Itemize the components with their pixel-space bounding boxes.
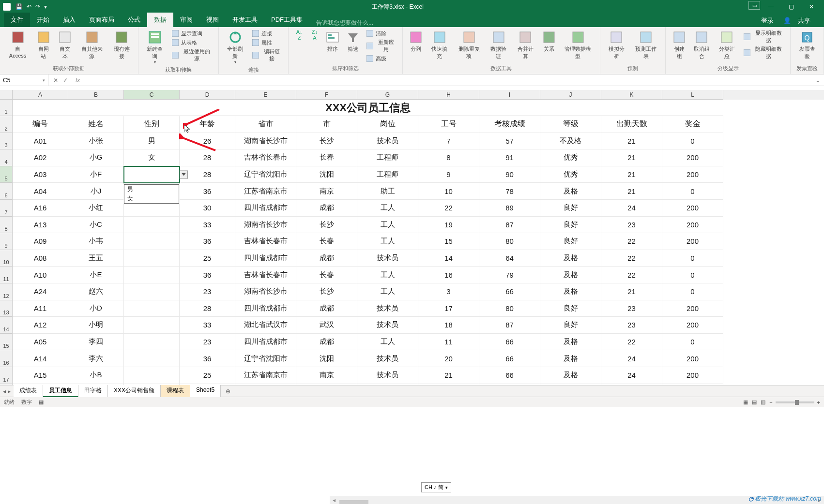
cell[interactable]: 36 bbox=[180, 267, 235, 283]
cell[interactable]: A15 bbox=[13, 367, 68, 384]
cell[interactable]: 四川省成都市 bbox=[235, 300, 296, 317]
cell[interactable]: 22 bbox=[601, 267, 662, 283]
cell[interactable]: A04 bbox=[13, 183, 68, 200]
cell[interactable]: 22 bbox=[601, 384, 662, 385]
cell[interactable]: 23 bbox=[180, 283, 235, 300]
ribbon-tab[interactable]: 页面布局 bbox=[82, 13, 121, 27]
filter-button[interactable]: 筛选 bbox=[344, 29, 362, 54]
cell[interactable]: 男 bbox=[124, 133, 180, 150]
cell[interactable]: 工人 bbox=[357, 200, 418, 217]
cell[interactable]: 小张 bbox=[68, 133, 124, 150]
cell[interactable]: 11 bbox=[418, 334, 479, 351]
cell[interactable]: 22 bbox=[601, 233, 662, 250]
cell[interactable]: 男女 bbox=[124, 166, 180, 183]
cell[interactable]: 省市 bbox=[235, 116, 296, 133]
cell[interactable] bbox=[124, 283, 180, 300]
cell[interactable]: 0 bbox=[662, 133, 723, 150]
cell[interactable]: 66 bbox=[479, 283, 540, 300]
cell[interactable]: 良好 bbox=[540, 200, 601, 217]
cell[interactable]: 南京 bbox=[296, 367, 357, 384]
cell[interactable]: 66 bbox=[479, 334, 540, 351]
ribbon-button[interactable]: 模拟分析 bbox=[604, 29, 629, 61]
cell[interactable]: 长春 bbox=[296, 384, 357, 385]
cell[interactable]: 长沙 bbox=[296, 217, 357, 234]
cell[interactable]: 26 bbox=[180, 133, 235, 150]
ribbon-button-small[interactable]: 显示查询 bbox=[169, 29, 214, 38]
row-header[interactable]: 12 bbox=[0, 283, 13, 300]
cell[interactable]: 36 bbox=[180, 233, 235, 250]
cell[interactable]: 工号 bbox=[418, 116, 479, 133]
cell[interactable]: 10 bbox=[418, 183, 479, 200]
cell[interactable]: 200 bbox=[662, 300, 723, 317]
cell[interactable]: 长春 bbox=[296, 267, 357, 283]
column-header[interactable]: I bbox=[479, 90, 540, 100]
cell[interactable]: 21 bbox=[601, 283, 662, 300]
cell[interactable]: 小J bbox=[68, 183, 124, 200]
ribbon-button[interactable]: 合并计算 bbox=[513, 29, 538, 61]
ribbon-button-small[interactable]: 显示明细数据 bbox=[741, 29, 786, 44]
cell[interactable]: 赵六 bbox=[68, 283, 124, 300]
cell[interactable] bbox=[124, 350, 180, 367]
view-layout-icon[interactable]: ▤ bbox=[752, 399, 757, 405]
cell[interactable]: 技术员 bbox=[357, 250, 418, 267]
row-header[interactable]: 15 bbox=[0, 334, 13, 351]
cell[interactable]: 28 bbox=[180, 300, 235, 317]
cell[interactable]: 36 bbox=[180, 183, 235, 200]
ribbon-button-small[interactable]: 高级 bbox=[364, 54, 398, 63]
cell[interactable]: 15 bbox=[418, 233, 479, 250]
cell[interactable]: 91 bbox=[479, 149, 540, 166]
cell[interactable]: 8 bbox=[418, 149, 479, 166]
cell[interactable]: 200 bbox=[662, 367, 723, 384]
cell[interactable]: 技术员 bbox=[357, 317, 418, 334]
column-header[interactable]: F bbox=[296, 90, 357, 100]
column-header[interactable]: J bbox=[540, 90, 601, 100]
cell[interactable]: 小C bbox=[68, 217, 124, 234]
undo-icon[interactable]: ↶ bbox=[27, 3, 31, 10]
cell[interactable]: 19 bbox=[418, 217, 479, 234]
cell[interactable]: 工人 bbox=[357, 267, 418, 283]
row-header[interactable]: 16 bbox=[0, 350, 13, 367]
ribbon-button-small[interactable]: 连接 bbox=[250, 29, 285, 38]
ribbon-button[interactable]: 分类汇总 bbox=[714, 29, 739, 61]
cell[interactable]: A13 bbox=[13, 217, 68, 234]
cell[interactable]: 王五 bbox=[68, 250, 124, 267]
ribbon-button[interactable]: 管理数据模型 bbox=[560, 29, 595, 61]
spreadsheet[interactable]: ABCDEFGHIJKL 1XXX公司员工信息2编号姓名性别年龄省市市岗位工号考… bbox=[0, 90, 824, 385]
cell[interactable]: 辽宁省沈阳市 bbox=[235, 166, 296, 183]
ribbon-button[interactable]: 快速填充 bbox=[427, 29, 452, 61]
ribbon-button[interactable]: 自 Access bbox=[4, 29, 31, 59]
cell[interactable]: 优秀 bbox=[540, 166, 601, 183]
row-header[interactable]: 13 bbox=[0, 300, 13, 317]
title-cell[interactable]: XXX公司员工信息 bbox=[13, 100, 723, 116]
cell[interactable]: 3 bbox=[418, 283, 479, 300]
row-header[interactable]: 6 bbox=[0, 183, 13, 200]
cell[interactable]: 性别 bbox=[124, 116, 180, 133]
cell[interactable]: A05 bbox=[13, 334, 68, 351]
ribbon-button-small[interactable]: 编辑链接 bbox=[250, 47, 285, 63]
cell[interactable]: A07 bbox=[13, 384, 68, 385]
cell[interactable]: 工程师 bbox=[357, 149, 418, 166]
cell[interactable]: 22 bbox=[601, 334, 662, 351]
redo-icon[interactable]: ↷ bbox=[35, 3, 40, 10]
cell[interactable]: 工人 bbox=[357, 334, 418, 351]
cell[interactable]: 技术员 bbox=[357, 300, 418, 317]
qat-more-icon[interactable]: ▾ bbox=[44, 3, 47, 10]
minimize-icon[interactable]: ― bbox=[761, 1, 780, 13]
cell[interactable]: 长沙 bbox=[296, 283, 357, 300]
cell[interactable]: 良好 bbox=[540, 217, 601, 234]
cell[interactable]: 长春 bbox=[296, 233, 357, 250]
column-header[interactable]: L bbox=[662, 90, 723, 100]
cell[interactable]: 78 bbox=[479, 183, 540, 200]
ribbon-options-icon[interactable]: ▭ bbox=[748, 1, 760, 10]
ribbon-button-small[interactable]: 清除 bbox=[364, 29, 398, 38]
column-header[interactable]: A bbox=[13, 90, 68, 100]
cell[interactable]: 18 bbox=[418, 317, 479, 334]
cell[interactable] bbox=[124, 384, 180, 385]
cell[interactable]: 江苏省南京市 bbox=[235, 183, 296, 200]
cell[interactable]: 四川省成都市 bbox=[235, 250, 296, 267]
dropdown-option[interactable]: 男 bbox=[124, 185, 179, 194]
cell[interactable]: 小N bbox=[68, 384, 124, 385]
row-header[interactable]: 5 bbox=[0, 166, 13, 183]
cell[interactable]: 江苏省南京市 bbox=[235, 367, 296, 384]
cell[interactable]: 0 bbox=[662, 250, 723, 267]
